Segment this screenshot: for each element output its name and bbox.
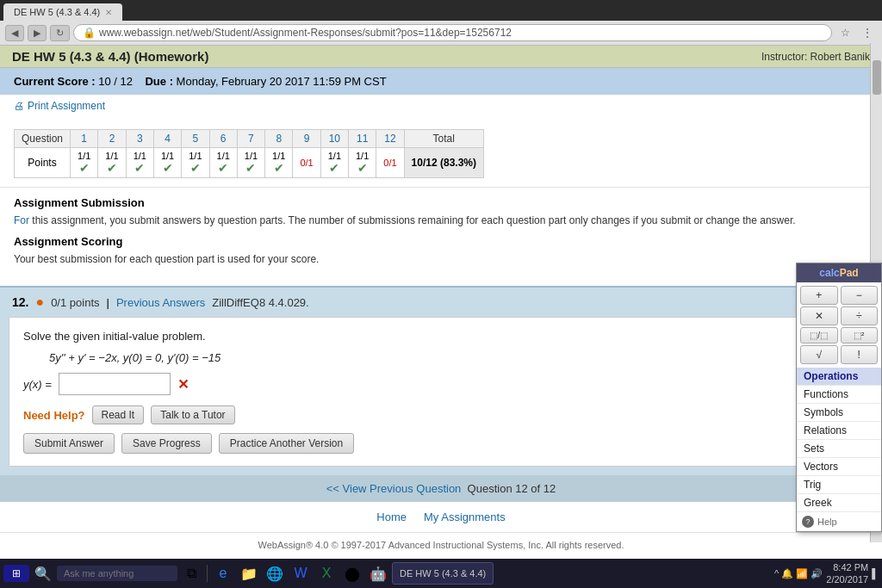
active-tab[interactable]: DE HW 5 (4.3 & 4.4) ✕ [3,3,122,21]
question-header-cell: Question [15,130,71,148]
q-link-3[interactable]: 3 [137,133,143,145]
scroll-thumb[interactable] [873,60,881,95]
calcpad-symbols-button[interactable]: Symbols [797,404,881,422]
back-button[interactable]: ◀ [5,25,24,41]
calcpad-fraction-button[interactable]: ⬚/⬚ [800,327,838,344]
show-desktop-icon[interactable]: ▌ [872,568,879,579]
calcpad-times-button[interactable]: ✕ [800,306,838,325]
main-content: Current Score : 10 / 12 Due : Monday, Fe… [0,68,882,586]
task-view-icon[interactable]: ⧉ [179,561,203,585]
points-value: 0/1 points [51,296,99,309]
start-button[interactable]: ⊞ [3,565,29,582]
calcpad-superscript-button[interactable]: ⬚² [841,327,879,344]
calcpad-trig-button[interactable]: Trig [797,476,881,494]
file-explorer-icon[interactable]: 📁 [237,561,261,585]
taskbar-app-item[interactable]: DE HW 5 (4.3 & 4.4) [392,562,494,585]
forward-button[interactable]: ▶ [28,25,47,41]
browser-menu-icon[interactable]: ⋮ [858,23,877,42]
taskbar-search-input[interactable] [57,566,177,581]
pad-text: Pad [840,267,859,279]
calcpad-factorial-button[interactable]: ! [841,345,879,364]
separator: | [107,296,109,309]
calcpad-sets-button[interactable]: Sets [797,440,881,458]
table-header-row: Question 1 2 3 4 5 6 7 8 9 10 11 12 Tota… [15,130,484,148]
home-link[interactable]: Home [376,511,407,523]
chrome-icon[interactable]: ⬤ [340,561,364,585]
calcpad-row-2: ✕ ÷ [800,306,878,325]
q-link-1[interactable]: 1 [81,133,87,145]
question-body: Solve the given initial-value problem. 5… [9,317,873,467]
practice-version-button[interactable]: Practice Another Version [219,433,354,454]
q-link-4[interactable]: 4 [165,133,171,145]
view-previous-link[interactable]: << View Previous Question [326,482,464,495]
q-link-9[interactable]: 9 [304,133,310,145]
taskbar-separator-1 [207,565,208,582]
q-link-6[interactable]: 6 [220,133,227,145]
answer-input[interactable] [59,373,171,395]
score-cell-9: 0/1 [293,148,320,178]
calcpad-sqrt-button[interactable]: √ [800,345,838,364]
word-icon[interactable]: W [289,561,313,585]
score-cell-8: 1/1✔ [265,148,293,178]
star-icon[interactable]: ☆ [835,23,854,42]
q-link-7[interactable]: 7 [248,133,254,145]
q-link-8[interactable]: 8 [276,133,282,145]
calcpad-functions-button[interactable]: Functions [797,386,881,404]
system-tray: ^ 🔔 📶 🔊 [774,568,823,579]
current-score-value: 10 / 12 [98,75,133,88]
q-link-2[interactable]: 2 [109,133,115,145]
calcpad-title: calcPad [797,263,881,282]
need-help-label: Need Help? [23,409,85,422]
previous-answers-link[interactable]: Previous Answers [116,296,205,309]
calcpad-relations-button[interactable]: Relations [797,422,881,440]
printer-icon: 🖨 [14,100,24,112]
questions-table-wrap: Question 1 2 3 4 5 6 7 8 9 10 11 12 Tota… [0,121,882,187]
talk-to-tutor-button[interactable]: Talk to a Tutor [151,405,234,424]
calcpad-greek-button[interactable]: Greek [797,494,881,512]
score-cell-4: 1/1✔ [153,148,181,178]
points-row: Points 1/1✔ 1/1✔ 1/1✔ 1/1✔ 1/1✔ 1/1✔ 1/1… [15,148,484,178]
score-bar: Current Score : 10 / 12 Due : Monday, Fe… [0,68,882,95]
calcpad-minus-button[interactable]: − [841,286,879,305]
excel-icon[interactable]: X [314,561,339,585]
clear-answer-icon[interactable]: ✕ [177,376,189,393]
submit-answer-button[interactable]: Submit Answer [23,433,115,454]
url-text: www.webassign.net/web/Student/Assignment… [99,27,512,39]
current-score-label: Current Score : [14,75,96,88]
nav-icons: ☆ ⋮ [835,23,877,42]
calcpad-plus-button[interactable]: + [800,286,838,305]
address-bar[interactable]: 🔒 www.webassign.net/web/Student/Assignme… [73,24,832,41]
q-link-11[interactable]: 11 [357,133,368,145]
q-link-5[interactable]: 5 [193,133,199,145]
submission-title: Assignment Submission [14,196,868,209]
questions-table: Question 1 2 3 4 5 6 7 8 9 10 11 12 Tota… [14,129,484,178]
question-section: 12. ● 0/1 points | Previous Answers Zill… [0,286,882,502]
score-cell-11: 1/1✔ [349,148,376,178]
answer-row: y(x) = ✕ [23,373,859,395]
score-section: Current Score : 10 / 12 Due : Monday, Fe… [14,75,387,88]
save-progress-button[interactable]: Save Progress [121,433,212,454]
calcpad-help-row[interactable]: ? Help [797,512,881,531]
score-cell-7: 1/1✔ [237,148,264,178]
browser-chrome: DE HW 5 (4.3 & 4.4) ✕ ◀ ▶ ↻ 🔒 www.webass… [0,0,882,46]
scoring-text: Your best submission for each question p… [14,251,868,267]
score-cell-10: 1/1✔ [320,148,348,178]
print-assignment-link[interactable]: 🖨 Print Assignment [14,98,868,114]
android-icon[interactable]: 🤖 [366,561,390,585]
calcpad-divide-button[interactable]: ÷ [841,306,879,325]
calcpad-operations-button[interactable]: Operations [797,368,881,386]
q-link-12[interactable]: 12 [384,133,395,145]
problem-text: Solve the given initial-value problem. [23,330,859,343]
search-icon[interactable]: 🔍 [31,561,55,585]
score-cell-2: 1/1✔ [98,148,126,178]
q-link-10[interactable]: 10 [329,133,340,145]
calcpad-vectors-button[interactable]: Vectors [797,458,881,476]
taskbar-right: ^ 🔔 📶 🔊 8:42 PM 2/20/2017 ▌ [774,561,879,586]
edge-browser-icon[interactable]: 🌐 [263,561,287,585]
score-cell-6: 1/1✔ [209,148,237,178]
refresh-button[interactable]: ↻ [50,25,70,41]
read-it-button[interactable]: Read It [92,405,145,424]
tab-close-icon[interactable]: ✕ [105,8,112,17]
my-assignments-link[interactable]: My Assignments [424,511,506,523]
edge-icon[interactable]: e [211,561,235,585]
